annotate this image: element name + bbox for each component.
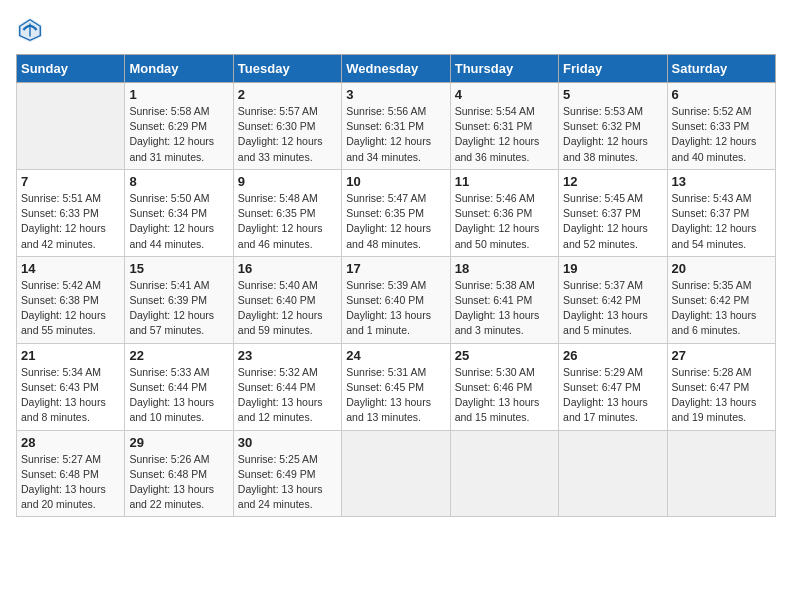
calendar-cell: 16Sunrise: 5:40 AMSunset: 6:40 PMDayligh… — [233, 256, 341, 343]
calendar-cell: 18Sunrise: 5:38 AMSunset: 6:41 PMDayligh… — [450, 256, 558, 343]
day-header-thursday: Thursday — [450, 55, 558, 83]
calendar-week-row: 14Sunrise: 5:42 AMSunset: 6:38 PMDayligh… — [17, 256, 776, 343]
cell-info: Sunrise: 5:35 AMSunset: 6:42 PMDaylight:… — [672, 278, 771, 339]
cell-info: Sunrise: 5:42 AMSunset: 6:38 PMDaylight:… — [21, 278, 120, 339]
calendar-cell: 24Sunrise: 5:31 AMSunset: 6:45 PMDayligh… — [342, 343, 450, 430]
day-number: 15 — [129, 261, 228, 276]
calendar-cell: 7Sunrise: 5:51 AMSunset: 6:33 PMDaylight… — [17, 169, 125, 256]
calendar-cell: 19Sunrise: 5:37 AMSunset: 6:42 PMDayligh… — [559, 256, 667, 343]
day-number: 25 — [455, 348, 554, 363]
calendar-cell: 5Sunrise: 5:53 AMSunset: 6:32 PMDaylight… — [559, 83, 667, 170]
day-number: 26 — [563, 348, 662, 363]
day-number: 20 — [672, 261, 771, 276]
calendar-cell — [342, 430, 450, 517]
page-header — [16, 16, 776, 44]
day-number: 29 — [129, 435, 228, 450]
day-number: 13 — [672, 174, 771, 189]
cell-info: Sunrise: 5:43 AMSunset: 6:37 PMDaylight:… — [672, 191, 771, 252]
cell-info: Sunrise: 5:45 AMSunset: 6:37 PMDaylight:… — [563, 191, 662, 252]
cell-info: Sunrise: 5:40 AMSunset: 6:40 PMDaylight:… — [238, 278, 337, 339]
cell-info: Sunrise: 5:48 AMSunset: 6:35 PMDaylight:… — [238, 191, 337, 252]
cell-info: Sunrise: 5:30 AMSunset: 6:46 PMDaylight:… — [455, 365, 554, 426]
cell-info: Sunrise: 5:54 AMSunset: 6:31 PMDaylight:… — [455, 104, 554, 165]
day-header-friday: Friday — [559, 55, 667, 83]
calendar-week-row: 28Sunrise: 5:27 AMSunset: 6:48 PMDayligh… — [17, 430, 776, 517]
cell-info: Sunrise: 5:33 AMSunset: 6:44 PMDaylight:… — [129, 365, 228, 426]
day-header-saturday: Saturday — [667, 55, 775, 83]
day-number: 6 — [672, 87, 771, 102]
calendar-cell: 11Sunrise: 5:46 AMSunset: 6:36 PMDayligh… — [450, 169, 558, 256]
calendar-cell: 27Sunrise: 5:28 AMSunset: 6:47 PMDayligh… — [667, 343, 775, 430]
day-number: 10 — [346, 174, 445, 189]
cell-info: Sunrise: 5:53 AMSunset: 6:32 PMDaylight:… — [563, 104, 662, 165]
day-number: 18 — [455, 261, 554, 276]
day-number: 22 — [129, 348, 228, 363]
cell-info: Sunrise: 5:34 AMSunset: 6:43 PMDaylight:… — [21, 365, 120, 426]
day-number: 7 — [21, 174, 120, 189]
calendar-header-row: SundayMondayTuesdayWednesdayThursdayFrid… — [17, 55, 776, 83]
day-number: 4 — [455, 87, 554, 102]
calendar-cell: 14Sunrise: 5:42 AMSunset: 6:38 PMDayligh… — [17, 256, 125, 343]
calendar-week-row: 7Sunrise: 5:51 AMSunset: 6:33 PMDaylight… — [17, 169, 776, 256]
day-number: 23 — [238, 348, 337, 363]
day-number: 3 — [346, 87, 445, 102]
calendar-cell: 28Sunrise: 5:27 AMSunset: 6:48 PMDayligh… — [17, 430, 125, 517]
day-number: 17 — [346, 261, 445, 276]
calendar-cell: 8Sunrise: 5:50 AMSunset: 6:34 PMDaylight… — [125, 169, 233, 256]
day-header-monday: Monday — [125, 55, 233, 83]
day-header-wednesday: Wednesday — [342, 55, 450, 83]
calendar-cell: 23Sunrise: 5:32 AMSunset: 6:44 PMDayligh… — [233, 343, 341, 430]
calendar-cell: 17Sunrise: 5:39 AMSunset: 6:40 PMDayligh… — [342, 256, 450, 343]
calendar-cell: 13Sunrise: 5:43 AMSunset: 6:37 PMDayligh… — [667, 169, 775, 256]
cell-info: Sunrise: 5:47 AMSunset: 6:35 PMDaylight:… — [346, 191, 445, 252]
cell-info: Sunrise: 5:37 AMSunset: 6:42 PMDaylight:… — [563, 278, 662, 339]
calendar-cell — [667, 430, 775, 517]
calendar-cell: 4Sunrise: 5:54 AMSunset: 6:31 PMDaylight… — [450, 83, 558, 170]
day-header-sunday: Sunday — [17, 55, 125, 83]
calendar-cell: 6Sunrise: 5:52 AMSunset: 6:33 PMDaylight… — [667, 83, 775, 170]
cell-info: Sunrise: 5:28 AMSunset: 6:47 PMDaylight:… — [672, 365, 771, 426]
calendar-cell: 2Sunrise: 5:57 AMSunset: 6:30 PMDaylight… — [233, 83, 341, 170]
calendar-table: SundayMondayTuesdayWednesdayThursdayFrid… — [16, 54, 776, 517]
calendar-cell: 22Sunrise: 5:33 AMSunset: 6:44 PMDayligh… — [125, 343, 233, 430]
day-number: 2 — [238, 87, 337, 102]
day-number: 11 — [455, 174, 554, 189]
day-number: 30 — [238, 435, 337, 450]
calendar-cell: 12Sunrise: 5:45 AMSunset: 6:37 PMDayligh… — [559, 169, 667, 256]
calendar-cell — [559, 430, 667, 517]
cell-info: Sunrise: 5:31 AMSunset: 6:45 PMDaylight:… — [346, 365, 445, 426]
calendar-cell — [17, 83, 125, 170]
day-number: 14 — [21, 261, 120, 276]
day-number: 12 — [563, 174, 662, 189]
cell-info: Sunrise: 5:29 AMSunset: 6:47 PMDaylight:… — [563, 365, 662, 426]
calendar-cell: 25Sunrise: 5:30 AMSunset: 6:46 PMDayligh… — [450, 343, 558, 430]
cell-info: Sunrise: 5:46 AMSunset: 6:36 PMDaylight:… — [455, 191, 554, 252]
cell-info: Sunrise: 5:41 AMSunset: 6:39 PMDaylight:… — [129, 278, 228, 339]
day-number: 21 — [21, 348, 120, 363]
day-number: 5 — [563, 87, 662, 102]
cell-info: Sunrise: 5:52 AMSunset: 6:33 PMDaylight:… — [672, 104, 771, 165]
calendar-cell: 26Sunrise: 5:29 AMSunset: 6:47 PMDayligh… — [559, 343, 667, 430]
cell-info: Sunrise: 5:32 AMSunset: 6:44 PMDaylight:… — [238, 365, 337, 426]
cell-info: Sunrise: 5:26 AMSunset: 6:48 PMDaylight:… — [129, 452, 228, 513]
cell-info: Sunrise: 5:50 AMSunset: 6:34 PMDaylight:… — [129, 191, 228, 252]
calendar-cell: 29Sunrise: 5:26 AMSunset: 6:48 PMDayligh… — [125, 430, 233, 517]
cell-info: Sunrise: 5:51 AMSunset: 6:33 PMDaylight:… — [21, 191, 120, 252]
cell-info: Sunrise: 5:57 AMSunset: 6:30 PMDaylight:… — [238, 104, 337, 165]
day-number: 24 — [346, 348, 445, 363]
logo-icon — [16, 16, 44, 44]
calendar-cell: 10Sunrise: 5:47 AMSunset: 6:35 PMDayligh… — [342, 169, 450, 256]
day-number: 9 — [238, 174, 337, 189]
logo — [16, 16, 48, 44]
calendar-cell: 21Sunrise: 5:34 AMSunset: 6:43 PMDayligh… — [17, 343, 125, 430]
day-number: 19 — [563, 261, 662, 276]
day-number: 8 — [129, 174, 228, 189]
calendar-week-row: 1Sunrise: 5:58 AMSunset: 6:29 PMDaylight… — [17, 83, 776, 170]
day-number: 28 — [21, 435, 120, 450]
calendar-week-row: 21Sunrise: 5:34 AMSunset: 6:43 PMDayligh… — [17, 343, 776, 430]
calendar-cell: 20Sunrise: 5:35 AMSunset: 6:42 PMDayligh… — [667, 256, 775, 343]
day-number: 27 — [672, 348, 771, 363]
cell-info: Sunrise: 5:56 AMSunset: 6:31 PMDaylight:… — [346, 104, 445, 165]
cell-info: Sunrise: 5:27 AMSunset: 6:48 PMDaylight:… — [21, 452, 120, 513]
calendar-cell: 3Sunrise: 5:56 AMSunset: 6:31 PMDaylight… — [342, 83, 450, 170]
